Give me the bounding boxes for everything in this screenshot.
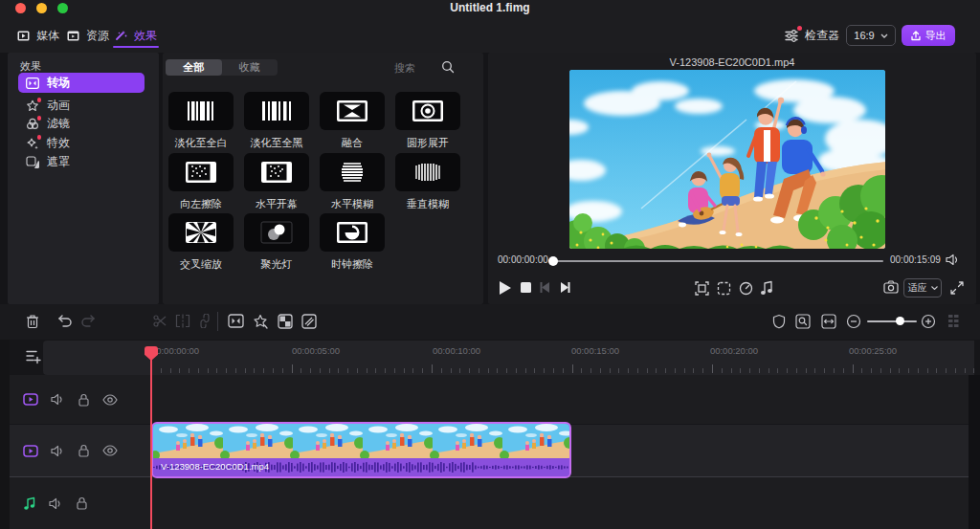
mask-frame-icon[interactable]	[717, 281, 731, 296]
sidebar-item-transitions[interactable]: 转场	[18, 73, 145, 93]
track-list-icon[interactable]	[947, 314, 960, 329]
tile-label: 淡化至全黑	[244, 136, 309, 150]
mute-track-icon[interactable]	[49, 497, 63, 510]
hide-track-icon[interactable]	[102, 394, 118, 406]
add-track-icon[interactable]	[25, 348, 41, 364]
export-button[interactable]: 导出	[902, 25, 955, 46]
mute-track-icon[interactable]	[51, 445, 65, 457]
redo-icon[interactable]	[80, 314, 96, 327]
add-animation-icon[interactable]	[253, 314, 268, 329]
transition-fade-white[interactable]	[168, 92, 234, 130]
previous-frame-button[interactable]	[539, 281, 552, 294]
fit-mode-select[interactable]: 适应	[903, 278, 942, 298]
fit-timeline-icon[interactable]	[821, 314, 836, 329]
animation-icon	[25, 99, 39, 113]
video-track-icon[interactable]	[23, 445, 38, 457]
zoom-slider-track[interactable]	[867, 320, 917, 322]
scrubber-knob[interactable]	[548, 256, 558, 266]
timeline-gutter	[0, 340, 10, 529]
mute-track-icon[interactable]	[51, 393, 65, 406]
transition-horizontal-open[interactable]	[244, 153, 309, 191]
timeline-toolbar	[0, 304, 980, 340]
effects-tabs: 全部 收藏	[166, 59, 278, 76]
resources-icon	[67, 31, 79, 41]
tab-favorites[interactable]: 收藏	[222, 59, 278, 76]
transition-vertical-blur[interactable]	[395, 153, 460, 191]
timeline-clip[interactable]: V-123908-EC20C0D1.mp4	[151, 422, 571, 478]
transition-circle-expand[interactable]	[395, 92, 460, 130]
timeline: 00:00:00:00 00:00:05:00 00:00:10:00 00:0…	[0, 340, 980, 529]
cut-icon[interactable]	[153, 314, 167, 328]
zoom-to-clip-icon[interactable]	[795, 314, 811, 329]
link-icon[interactable]	[198, 314, 212, 328]
video-preview[interactable]	[569, 70, 885, 249]
music-icon[interactable]	[760, 280, 773, 296]
tile-label: 聚光灯	[244, 257, 309, 272]
audio-track-icon[interactable]	[23, 496, 36, 511]
zoom-out-icon[interactable]	[846, 314, 861, 329]
add-filter-icon[interactable]	[278, 314, 293, 329]
tab-resources[interactable]: 资源	[67, 27, 109, 44]
lock-track-icon[interactable]	[78, 444, 90, 457]
lock-track-icon[interactable]	[76, 496, 88, 510]
crop-icon[interactable]	[695, 281, 709, 296]
search-icon[interactable]	[441, 60, 455, 74]
transition-fade-black[interactable]	[244, 92, 309, 130]
video-track-icon[interactable]	[23, 393, 38, 406]
aspect-ratio-select[interactable]: 16:9	[846, 25, 896, 46]
scrubber-track[interactable]	[553, 260, 883, 262]
transition-dissolve[interactable]	[320, 92, 385, 130]
transition-horizontal-blur[interactable]	[320, 153, 385, 191]
ruler-label: 00:00:10:00	[418, 345, 495, 356]
inspector-icon	[785, 30, 798, 42]
transition-clock-wipe[interactable]	[320, 213, 385, 252]
play-button[interactable]	[499, 280, 512, 296]
app-window: Untitled 1.fimg 媒体 资源 效果 检查器 16:9 导	[0, 0, 980, 529]
tab-effects[interactable]: 效果	[115, 27, 157, 44]
add-effect-icon[interactable]	[301, 314, 317, 329]
tile-label: 淡化至全白	[168, 136, 234, 150]
media-icon	[17, 31, 30, 41]
transition-wipe-left[interactable]	[168, 153, 234, 191]
transition-spotlight[interactable]	[244, 213, 309, 252]
transition-icon	[25, 76, 39, 90]
volume-icon[interactable]	[946, 253, 960, 266]
zoom-in-icon[interactable]	[921, 314, 936, 329]
notification-badge	[37, 98, 42, 102]
playhead-line[interactable]	[150, 346, 152, 529]
lock-track-icon[interactable]	[78, 393, 90, 407]
transition-cross-zoom[interactable]	[168, 213, 234, 252]
fullscreen-icon[interactable]	[950, 281, 964, 295]
next-frame-button[interactable]	[558, 281, 571, 294]
effects-sidebar: 效果 转场 动画 滤镜 特效	[8, 53, 159, 304]
zoom-slider-knob[interactable]	[896, 317, 904, 325]
track-audio[interactable]	[0, 477, 969, 529]
notification-badge	[37, 135, 42, 140]
snapshot-camera-icon[interactable]	[883, 280, 899, 294]
tile-label: 交叉缩放	[168, 257, 234, 272]
filter-icon	[25, 117, 39, 131]
sidebar-item-mask[interactable]: 遮罩	[18, 152, 145, 172]
undo-icon[interactable]	[57, 314, 73, 327]
vertical-scrollbar[interactable]	[969, 375, 980, 529]
track-overlay[interactable]	[0, 375, 969, 424]
hide-track-icon[interactable]	[102, 445, 118, 456]
tab-all[interactable]: 全部	[166, 59, 222, 76]
tile-label: 圆形展开	[395, 136, 460, 150]
sparkle-icon	[25, 136, 39, 150]
speed-icon[interactable]	[739, 281, 753, 296]
clip-label-bar: V-123908-EC20C0D1.mp4	[153, 458, 569, 476]
inspector-button[interactable]: 检查器	[785, 28, 839, 44]
sidebar-item-special-effects[interactable]: 特效	[18, 133, 145, 153]
add-transition-icon[interactable]	[228, 314, 244, 328]
ruler-label: 00:00:15:00	[557, 345, 634, 356]
tab-media[interactable]: 媒体	[17, 27, 59, 44]
sidebar-item-filters[interactable]: 滤镜	[18, 114, 145, 134]
shield-icon[interactable]	[772, 314, 786, 329]
split-icon[interactable]	[175, 314, 190, 328]
stop-button[interactable]	[520, 281, 532, 294]
sidebar-item-animation[interactable]: 动画	[18, 96, 145, 116]
delete-icon[interactable]	[26, 314, 39, 329]
sidebar-header: 效果	[20, 59, 41, 74]
search-input[interactable]: 搜索	[394, 61, 415, 76]
